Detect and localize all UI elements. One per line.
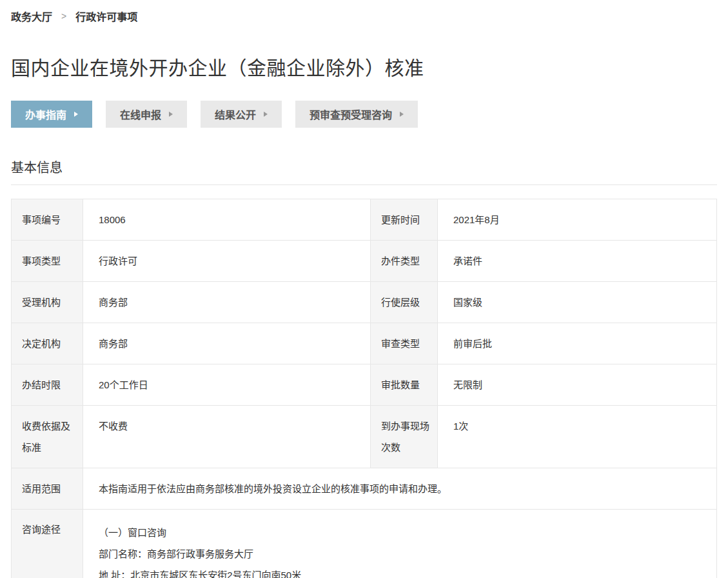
- consultation-line: 地 址：北京市东城区东长安街2号东门向南50米: [99, 564, 706, 578]
- field-label: 办结时限: [12, 364, 83, 406]
- field-label: 审批数量: [371, 364, 438, 406]
- breadcrumb: 政务大厅 > 行政许可事项: [11, 0, 717, 24]
- field-label: 审查类型: [371, 323, 438, 364]
- field-value: 2021年8月: [438, 199, 717, 241]
- field-value: 本指南适用于依法应由商务部核准的境外投资设立企业的核准事项的申请和办理。: [83, 468, 717, 510]
- arrow-right-icon: [400, 112, 404, 117]
- field-value: 无限制: [438, 364, 717, 406]
- field-label: 受理机构: [12, 282, 83, 323]
- table-row: 受理机构 商务部 行使层级 国家级: [12, 282, 717, 323]
- tab-label: 在线申报: [120, 106, 161, 122]
- tab-pre-review-consult[interactable]: 预审查预受理咨询: [295, 101, 418, 128]
- field-value: 前审后批: [438, 323, 717, 364]
- field-value: 商务部: [83, 282, 371, 323]
- field-label: 适用范围: [12, 468, 83, 510]
- field-label: 办件类型: [371, 241, 438, 282]
- arrow-right-icon: [169, 112, 173, 117]
- tab-service-guide[interactable]: 办事指南: [11, 101, 92, 128]
- field-value: 国家级: [438, 282, 717, 323]
- field-value: （一）窗口咨询 部门名称：商务部行政事务服务大厅 地 址：北京市东城区东长安街2…: [83, 510, 717, 578]
- field-label: 事项编号: [12, 199, 83, 241]
- table-row: 事项编号 18006 更新时间 2021年8月: [12, 199, 717, 241]
- tab-label: 结果公开: [215, 106, 256, 122]
- field-value: 1次: [438, 406, 717, 468]
- arrow-right-icon: [264, 112, 268, 117]
- table-row: 事项类型 行政许可 办件类型 承诺件: [12, 241, 717, 282]
- arrow-right-icon: [74, 112, 78, 117]
- tab-results-public[interactable]: 结果公开: [201, 101, 282, 128]
- field-value: 20个工作日: [83, 364, 371, 406]
- field-label: 决定机构: [12, 323, 83, 364]
- section-title-basic-info: 基本信息: [11, 157, 717, 176]
- field-label: 咨询途径: [12, 510, 83, 578]
- tab-online-declaration[interactable]: 在线申报: [106, 101, 187, 128]
- consultation-channels: （一）窗口咨询 部门名称：商务部行政事务服务大厅 地 址：北京市东城区东长安街2…: [99, 519, 706, 578]
- field-value: 18006: [83, 199, 371, 241]
- page-title: 国内企业在境外开办企业（金融企业除外）核准: [11, 52, 717, 81]
- page-container: 政务大厅 > 行政许可事项 国内企业在境外开办企业（金融企业除外）核准 办事指南…: [0, 0, 728, 578]
- section-divider: [11, 184, 717, 185]
- table-row: 收费依据及标准 不收费 到办事现场次数 1次: [12, 406, 717, 468]
- tab-bar: 办事指南 在线申报 结果公开 预审查预受理咨询: [11, 101, 717, 128]
- tab-label: 办事指南: [25, 106, 66, 122]
- field-value: 承诺件: [438, 241, 717, 282]
- breadcrumb-separator-icon: >: [61, 11, 66, 21]
- basic-info-table: 事项编号 18006 更新时间 2021年8月 事项类型 行政许可 办件类型 承…: [11, 199, 717, 578]
- table-row: 决定机构 商务部 审查类型 前审后批: [12, 323, 717, 364]
- tab-label: 预审查预受理咨询: [310, 106, 392, 122]
- consultation-line: 部门名称：商务部行政事务服务大厅: [99, 543, 706, 564]
- table-row: 适用范围 本指南适用于依法应由商务部核准的境外投资设立企业的核准事项的申请和办理…: [12, 468, 717, 510]
- breadcrumb-item-home[interactable]: 政务大厅: [11, 8, 52, 24]
- breadcrumb-item-current[interactable]: 行政许可事项: [75, 8, 137, 24]
- field-label: 到办事现场次数: [371, 406, 438, 468]
- field-value: 不收费: [83, 406, 371, 468]
- field-value: 行政许可: [83, 241, 371, 282]
- table-row: 办结时限 20个工作日 审批数量 无限制: [12, 364, 717, 406]
- field-label: 行使层级: [371, 282, 438, 323]
- field-label: 事项类型: [12, 241, 83, 282]
- field-label: 收费依据及标准: [12, 406, 83, 468]
- consultation-line: （一）窗口咨询: [99, 522, 706, 543]
- field-label: 更新时间: [371, 199, 438, 241]
- field-value: 商务部: [83, 323, 371, 364]
- table-row: 咨询途径 （一）窗口咨询 部门名称：商务部行政事务服务大厅 地 址：北京市东城区…: [12, 510, 717, 578]
